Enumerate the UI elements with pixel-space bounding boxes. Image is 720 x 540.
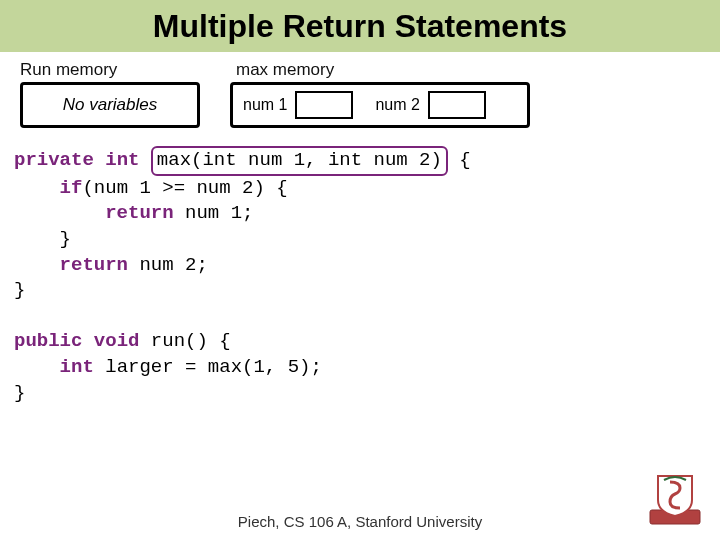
run-signature: run() { [139, 330, 230, 352]
brace-open-1: { [448, 149, 471, 171]
var-slot-num1 [295, 91, 353, 119]
run-memory-box: No variables [20, 82, 200, 128]
larger-decl: larger = max(1, 5); [94, 356, 322, 378]
code-line-1: private int max(int num 1, int num 2) { [14, 146, 706, 176]
var-label-num2: num 2 [375, 96, 419, 114]
code-line-10: } [14, 381, 706, 407]
run-memory-label: Run memory [20, 60, 117, 80]
code-line-3: return num 1; [14, 201, 706, 227]
code-line-8: public void run() { [14, 329, 706, 355]
code-line-4: } [14, 227, 706, 253]
kw-int-2: int [60, 356, 94, 378]
kw-if: if [60, 177, 83, 199]
max-memory-label: max memory [236, 60, 334, 80]
kw-private: private [14, 149, 94, 171]
kw-return-1: return [105, 202, 173, 224]
run-memory-block: Run memory No variables [20, 60, 200, 128]
brace-close-2: } [14, 279, 25, 301]
return-expr-1: num 1; [174, 202, 254, 224]
method-signature-highlight: max(int num 1, int num 2) [151, 146, 448, 176]
code-line-5: return num 2; [14, 253, 706, 279]
var-slot-num2 [428, 91, 486, 119]
max-memory-box: num 1 num 2 [230, 82, 530, 128]
slide-footer: Piech, CS 106 A, Stanford University [0, 513, 720, 530]
kw-void: void [94, 330, 140, 352]
memory-diagram-row: Run memory No variables max memory num 1… [0, 52, 720, 128]
if-condition: (num 1 >= num 2) { [82, 177, 287, 199]
return-expr-2: num 2; [128, 254, 208, 276]
var-label-num1: num 1 [243, 96, 287, 114]
code-line-2: if(num 1 >= num 2) { [14, 176, 706, 202]
code-line-9: int larger = max(1, 5); [14, 355, 706, 381]
code-blank-line [14, 304, 706, 330]
brace-close-1: } [60, 228, 71, 250]
code-block: private int max(int num 1, int num 2) { … [0, 128, 720, 406]
kw-return-2: return [60, 254, 128, 276]
no-variables-text: No variables [63, 95, 158, 115]
stanford-logo-icon [648, 470, 702, 526]
kw-int: int [105, 149, 139, 171]
slide-title: Multiple Return Statements [153, 8, 567, 45]
brace-close-3: } [14, 382, 25, 404]
code-line-6: } [14, 278, 706, 304]
max-memory-block: max memory num 1 num 2 [230, 60, 530, 128]
kw-public: public [14, 330, 82, 352]
slide-title-bar: Multiple Return Statements [0, 0, 720, 52]
